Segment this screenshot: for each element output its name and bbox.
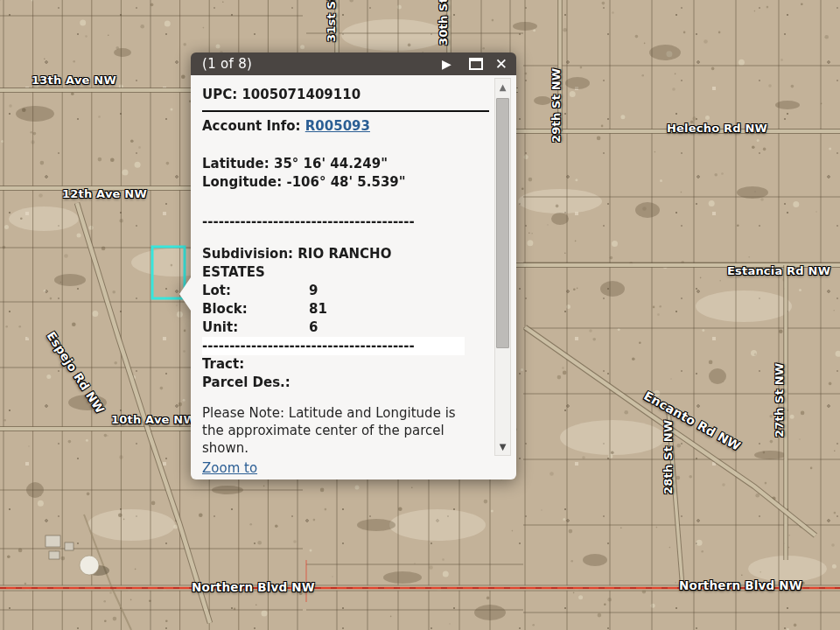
- scroll-up-icon[interactable]: ▲: [495, 79, 510, 96]
- street-label-31st-st-nw: 31st St NW: [325, 0, 338, 42]
- longitude-line: Longitude: -106° 48' 5.539": [202, 173, 490, 192]
- parcel-info-popup: (1 of 8) ▶ ✕ UPC: 1005071409110 Account …: [191, 52, 516, 480]
- block-value: 81: [309, 301, 327, 317]
- zoom-to-link[interactable]: Zoom to: [202, 459, 257, 478]
- lot-value: 9: [309, 283, 318, 298]
- next-result-button[interactable]: ▶: [442, 57, 452, 71]
- popup-titlebar[interactable]: (1 of 8) ▶ ✕: [191, 52, 516, 75]
- dashed-divider-1: ---------------------------------------: [202, 213, 489, 231]
- street-label-28th-st-nw: 28th St NW: [662, 420, 675, 494]
- street-label-13th-ave-nw: 13th Ave NW: [32, 74, 116, 87]
- block-label: Block:: [202, 300, 309, 318]
- street-label-27th-st-nw: 27th St NW: [773, 363, 786, 438]
- block-row: Block:81: [202, 300, 490, 318]
- unit-row: Unit:6: [202, 318, 490, 337]
- lot-row: Lot:9: [202, 282, 490, 300]
- unit-value: 6: [309, 319, 318, 335]
- popup-scrollbar[interactable]: ▲ ▼: [494, 78, 511, 456]
- subdivision-line: Subdivision: RIO RANCHO ESTATES: [202, 245, 431, 282]
- scroll-down-icon[interactable]: ▼: [495, 442, 510, 452]
- upc-line: UPC: 1005071409110: [202, 86, 490, 104]
- popup-body: UPC: 1005071409110 Account Info: R005093…: [191, 75, 516, 480]
- note-text: Please Note: Latitude and Longitude is t…: [202, 404, 475, 457]
- popup-result-counter: (1 of 8): [202, 56, 252, 72]
- close-button[interactable]: ✕: [495, 55, 508, 73]
- street-label-helecho-rd-nw: Helecho Rd NW: [667, 122, 767, 135]
- dashed-divider-2: ---------------------------------------: [202, 337, 465, 355]
- account-link[interactable]: R005093: [305, 118, 370, 134]
- street-label-northern-blvd-nw-right: Northern Blvd NW: [679, 578, 802, 592]
- unit-label: Unit:: [202, 318, 309, 337]
- maximize-icon: [469, 58, 483, 70]
- street-label-12th-ave-nw: 12th Ave NW: [62, 187, 147, 200]
- street-label-30th-st-nw: 30th St NW: [437, 0, 450, 46]
- maximize-button[interactable]: [469, 58, 483, 70]
- divider-rule: [202, 110, 489, 112]
- account-info-label: Account Info:: [202, 118, 305, 134]
- tract-line: Tract:: [202, 355, 490, 374]
- latitude-line: Latitude: 35° 16' 44.249": [202, 155, 490, 173]
- parcel-des-line: Parcel Des.:: [202, 374, 490, 392]
- account-info-line: Account Info: R005093: [202, 117, 490, 136]
- street-label-northern-blvd-nw-left: Northern Blvd NW: [192, 580, 315, 594]
- street-label-29th-st-nw: 29th St NW: [550, 68, 563, 143]
- scrollbar-thumb[interactable]: [496, 98, 509, 348]
- lot-label: Lot:: [202, 282, 309, 300]
- street-label-10th-ave-nw: 10th Ave NW: [111, 413, 196, 426]
- popup-callout-pointer: [179, 277, 191, 311]
- street-label-estancia-rd-nw: Estancia Rd NW: [727, 264, 830, 277]
